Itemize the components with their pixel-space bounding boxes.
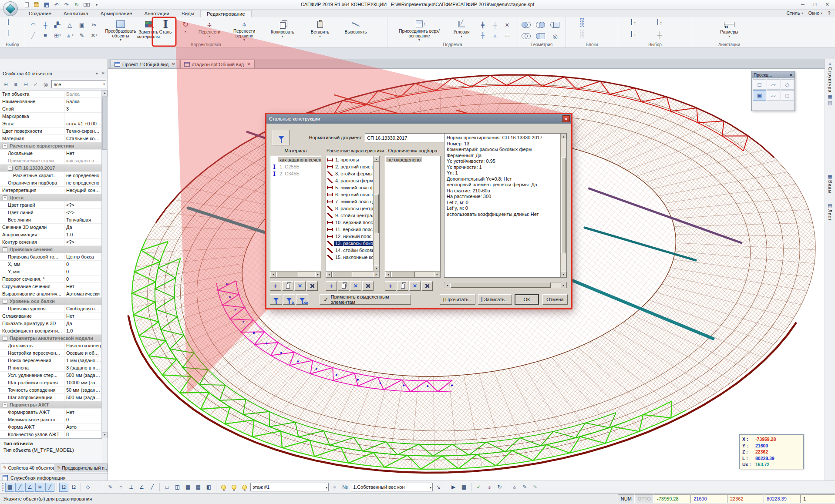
select-down-icon[interactable] — [631, 31, 634, 37]
property-row[interactable]: Дотягивать Начало и конец — [0, 342, 102, 349]
materials-hscrollbar[interactable] — [270, 271, 321, 277]
characteristic-copy-button[interactable] — [338, 281, 349, 291]
property-value[interactable]: Балка — [64, 91, 102, 97]
apply-filter-icon[interactable] — [31, 80, 40, 89]
window-menu[interactable]: Окно — [808, 10, 823, 16]
property-value[interactable]: <?> — [64, 209, 102, 216]
property-row[interactable]: Точность совпадения 50 мм (задано в про.… — [0, 386, 102, 394]
side-tab-structure[interactable]: Структура — [828, 61, 833, 106]
materials-list[interactable]: как задано в сечении 1. С255Б 2. С345Б — [270, 156, 321, 278]
edit-filter-icon[interactable] — [520, 483, 529, 492]
bool-merge-icon[interactable] — [535, 31, 547, 41]
property-row[interactable]: R пилона 3 (задано в проекте) — [0, 364, 102, 372]
characteristic-item[interactable]: 5. нижний пояс фермы — [326, 184, 373, 191]
property-row[interactable]: X, мм 0 — [0, 261, 102, 268]
tab-close-icon[interactable] — [172, 62, 175, 67]
property-value[interactable]: этаж #1 +0.000 3.000... — [64, 120, 102, 127]
property-value[interactable]: 0 — [64, 261, 102, 268]
collapse-all-icon[interactable] — [21, 80, 30, 89]
angle-snap-icon[interactable] — [25, 483, 34, 492]
property-row[interactable]: Шаг разбивки стержня 10000 мм (задано в … — [0, 379, 102, 386]
document-tab[interactable]: стадион.spf:Общий вид — [180, 60, 255, 68]
characteristic-item[interactable]: 15. наклонные колонн — [326, 254, 373, 261]
property-row[interactable]: Сглаживание Нет — [0, 312, 102, 320]
material-delete-button[interactable] — [294, 281, 306, 291]
property-row[interactable]: Сечение 3D модели Да — [0, 224, 102, 231]
property-row[interactable]: Применяемые стали как задано в сечении — [0, 157, 102, 165]
expand-all-icon[interactable] — [1, 80, 10, 89]
cursor-select-icon[interactable] — [449, 483, 458, 492]
line-snap-icon[interactable] — [15, 483, 24, 492]
properties-scrollbar[interactable] — [101, 91, 108, 438]
property-value[interactable]: <?> — [64, 239, 102, 245]
bool-split-icon[interactable] — [520, 31, 532, 41]
property-value[interactable]: Темно-сиреневый — [64, 128, 102, 134]
filter-clear-button[interactable] — [283, 294, 295, 305]
property-value[interactable]: 0 — [64, 268, 102, 275]
property-row[interactable]: Расчётные характ... не определено — [0, 172, 102, 179]
array-tool-icon[interactable] — [51, 30, 64, 40]
property-value[interactable]: 8 — [64, 431, 102, 438]
ribbon-button-move[interactable]: Перенести — [193, 18, 226, 42]
eyedropper-icon[interactable] — [76, 30, 88, 40]
light-page-icon[interactable] — [229, 483, 239, 492]
ortho-indicator[interactable]: ОРТО — [635, 494, 654, 503]
view-top-icon[interactable] — [781, 79, 794, 90]
property-value[interactable]: как задано в сечении — [64, 157, 102, 164]
side-tab-views[interactable]: Виды — [828, 174, 833, 194]
property-row[interactable]: Количество узлов АЖТ 8 — [0, 431, 102, 438]
corner-tool-icon[interactable] — [76, 20, 88, 30]
characteristic-item[interactable]: 11. верхний пояс боко — [326, 226, 373, 233]
select-3d-icon[interactable] — [8, 19, 9, 24]
edit-filter2-icon[interactable] — [531, 483, 540, 492]
select-up-icon[interactable] — [631, 20, 634, 25]
apply-to-selected-button[interactable]: Применить к выделенным элементам — [320, 294, 411, 305]
property-row[interactable]: Материал Стальные конструкции — [0, 135, 102, 142]
constraint-item[interactable]: не определено — [385, 156, 440, 163]
property-value[interactable]: 3 — [64, 105, 102, 112]
tab-close-icon[interactable] — [247, 62, 250, 67]
property-value[interactable]: 0 — [64, 276, 102, 282]
property-row[interactable]: Шаг аппроксимации 500 мм (задано в пр... — [0, 394, 102, 401]
property-row[interactable]: Интерпретация Несущий конструктив — [0, 187, 102, 194]
ribbon-button-move-vertex[interactable]: Перенести вершину — [226, 18, 262, 42]
grid-snap-icon[interactable] — [5, 483, 14, 492]
ribbon-tab[interactable]: Аналитика — [57, 10, 94, 17]
midpoint-snap-icon[interactable] — [45, 483, 54, 492]
dialog-filter-button[interactable] — [273, 130, 290, 145]
characteristic-item[interactable]: 8. раскосы центральн — [326, 205, 373, 212]
property-value[interactable]: 1.0 — [64, 231, 102, 238]
property-row[interactable]: Вес линии Тончайшая — [0, 216, 102, 224]
save-icon[interactable] — [43, 1, 51, 8]
maximize-button[interactable] — [809, 0, 821, 9]
property-row[interactable]: Привязка уровня Свободная привязка — [0, 305, 102, 312]
qat-customize-icon[interactable] — [93, 1, 101, 8]
material-item[interactable]: как задано в сечении — [270, 156, 321, 163]
property-value[interactable]: 3 (задано в проекте) — [64, 364, 102, 371]
property-value[interactable]: Да — [64, 320, 102, 327]
property-value[interactable]: Нет — [64, 283, 102, 290]
characteristic-item[interactable]: 2. верхний пояс фермы — [326, 163, 373, 170]
document-tab[interactable]: Проект 1:Общий вид — [111, 60, 179, 68]
filter-clear-all-button[interactable] — [296, 294, 308, 305]
mesh-view-icon[interactable] — [183, 483, 192, 492]
magnet-screen-icon[interactable] — [59, 483, 68, 492]
ribbon-tab[interactable]: Редактирование — [200, 10, 252, 17]
property-row[interactable]: Уровень оси балки — [0, 298, 102, 305]
close-button[interactable] — [821, 0, 833, 9]
load-apply-icon[interactable] — [434, 483, 443, 492]
ribbon-button-corner-trim[interactable]: Угловая — [448, 18, 475, 42]
property-row[interactable]: Выравнивание аналитич... Автоматически — [0, 290, 102, 298]
material-copy-button[interactable] — [282, 281, 293, 291]
info-hscrollbar[interactable] — [444, 282, 567, 288]
characteristic-delete-button[interactable] — [350, 281, 361, 291]
property-row[interactable]: Ограничения подбора не определено — [0, 179, 102, 187]
characteristics-hscrollbar[interactable] — [326, 271, 379, 277]
property-value[interactable]: Автоматически — [64, 290, 102, 297]
property-value[interactable]: Тончайшая — [64, 216, 102, 223]
filter-button[interactable] — [270, 294, 282, 305]
point-snap-icon[interactable] — [35, 483, 44, 492]
property-row[interactable]: Локальные Нет — [0, 150, 102, 157]
property-row[interactable]: Усл. удлинение стер... 500 мм (задано в … — [0, 372, 102, 379]
characteristic-item[interactable]: 7. нижний пояс центра — [326, 198, 373, 205]
